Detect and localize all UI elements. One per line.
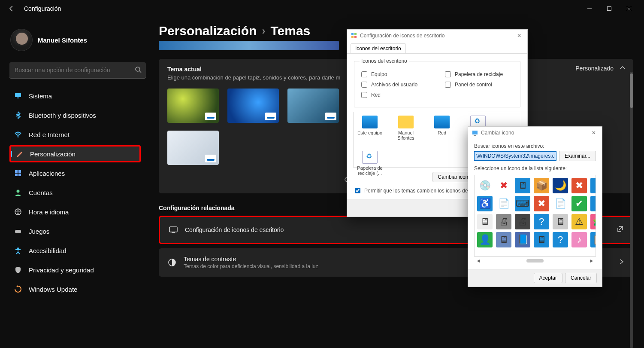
- grid-icon[interactable]: 📄: [496, 196, 511, 211]
- grid-icon[interactable]: 📋: [590, 232, 596, 247]
- theme-thumb-1[interactable]: [167, 89, 219, 123]
- grid-icon[interactable]: 🖥: [553, 214, 568, 229]
- grid-icon[interactable]: ✖: [496, 178, 511, 193]
- icon-item[interactable]: Papelera de reciclaje (...: [357, 151, 383, 176]
- sidebar-item-bluetooth[interactable]: Bluetooth y dispositivos: [9, 107, 141, 124]
- grid-icon[interactable]: 🖥: [477, 214, 493, 229]
- icon-label: Papelera de reciclaje (...: [357, 165, 383, 176]
- chevron-up-icon[interactable]: [620, 65, 626, 73]
- setting-row-title: Temas de contraste: [184, 256, 318, 263]
- grid-icon[interactable]: 🖨: [515, 214, 530, 229]
- sidebar-item-label: Accesibilidad: [29, 247, 67, 254]
- icon-item[interactable]: Manuel Sifontes: [393, 116, 419, 140]
- browse-button[interactable]: Examinar...: [559, 151, 596, 161]
- sidebar-item-brush[interactable]: Personalización: [9, 145, 141, 162]
- grid-icon[interactable]: 🖥: [590, 178, 596, 193]
- grid-icon[interactable]: 📄: [553, 196, 568, 211]
- grid-icon[interactable]: ?: [534, 214, 549, 229]
- sidebar-item-shield[interactable]: Privacidad y seguridad: [9, 261, 141, 278]
- svg-rect-8: [18, 174, 21, 176]
- grid-icon[interactable]: 🌙: [553, 178, 568, 193]
- close-icon[interactable]: ✕: [514, 32, 524, 40]
- grid-icon[interactable]: 🖥: [515, 178, 530, 193]
- grid-icon[interactable]: 🖥: [534, 232, 549, 247]
- wallpaper-preview: [159, 41, 339, 50]
- grid-icon[interactable]: ✖: [534, 196, 549, 211]
- sidebar-item-person[interactable]: Cuentas: [9, 184, 141, 201]
- sidebar-item-label: Cuentas: [29, 189, 53, 196]
- checkbox-papelera-de-reciclaje[interactable]: Papelera de reciclaje: [443, 70, 503, 79]
- grid-icon[interactable]: ⚠: [571, 214, 587, 229]
- grid-icon[interactable]: 👤: [477, 232, 493, 247]
- sidebar-item-apps[interactable]: Aplicaciones: [9, 165, 141, 182]
- grid-icon[interactable]: ✖: [571, 178, 587, 193]
- sidebar-item-display[interactable]: Sistema: [9, 87, 141, 104]
- sidebar-item-wifi[interactable]: Red e Internet: [9, 126, 141, 143]
- theme-thumb-2[interactable]: [227, 89, 279, 123]
- ok-button[interactable]: Aceptar: [534, 273, 562, 283]
- grid-icon[interactable]: ♿: [477, 196, 493, 211]
- sidebar-item-globe[interactable]: Hora e idioma: [9, 203, 141, 220]
- icon-path-input[interactable]: [474, 151, 556, 161]
- theme-thumb-3[interactable]: [287, 89, 339, 123]
- checkbox-label: Red: [371, 92, 381, 98]
- checkbox-archivos-del-usuario[interactable]: Archivos del usuario: [360, 80, 417, 89]
- person-icon: [14, 188, 22, 197]
- grid-icon[interactable]: 📘: [515, 232, 530, 247]
- checkbox-label: Archivos del usuario: [371, 82, 417, 88]
- icon-image: [362, 116, 378, 128]
- search-box[interactable]: [9, 62, 146, 79]
- sidebar-item-label: Personalización: [30, 150, 76, 158]
- dialog-titlebar[interactable]: Cambiar icono ✕: [468, 127, 602, 139]
- checkbox-red[interactable]: Red: [360, 91, 417, 99]
- theme-thumb-4[interactable]: [167, 131, 219, 165]
- search-input[interactable]: [14, 66, 135, 74]
- dialog-titlebar[interactable]: Configuración de iconos de escritorio ✕: [347, 30, 527, 42]
- sidebar-item-accessibility[interactable]: Accesibilidad: [9, 242, 141, 259]
- grid-icon[interactable]: ?: [553, 232, 568, 247]
- icon-item[interactable]: Este equipo: [357, 116, 383, 140]
- sidebar-item-update[interactable]: Windows Update: [9, 281, 141, 298]
- close-icon[interactable]: ✕: [589, 129, 599, 137]
- user-block[interactable]: Manuel Sifontes: [9, 27, 141, 53]
- icon-grid[interactable]: 💿✖🖥📦🌙✖🖥♿📄⌨✖📄✔🖥🖥🖨🖨?🖥⚠🧩👤🖥📘🖥?♪📋: [474, 175, 596, 256]
- accessibility-icon: [14, 246, 22, 255]
- allow-themes-input[interactable]: [355, 188, 360, 193]
- cancel-button[interactable]: Cancelar: [565, 273, 597, 283]
- scrollbar-thumb[interactable]: [526, 259, 544, 263]
- grid-icon[interactable]: 🖥: [590, 196, 596, 211]
- grid-icon[interactable]: ⌨: [515, 196, 530, 211]
- icon-grid-scrollbar[interactable]: ◄ ►: [474, 256, 596, 265]
- svg-rect-17: [354, 33, 357, 35]
- scroll-right-icon[interactable]: ►: [589, 258, 594, 264]
- icon-item[interactable]: Red: [429, 116, 455, 140]
- checkbox-input[interactable]: [445, 71, 451, 77]
- scrollbar[interactable]: [630, 72, 633, 348]
- grid-icon[interactable]: 🖥: [496, 232, 511, 247]
- grid-icon[interactable]: ♪: [571, 232, 587, 247]
- maximize-button[interactable]: [599, 2, 619, 15]
- checkbox-equipo[interactable]: Equipo: [360, 70, 417, 79]
- checkbox-input[interactable]: [445, 82, 451, 88]
- checkbox-input[interactable]: [361, 92, 367, 98]
- titlebar: Configuración: [0, 0, 644, 17]
- scroll-left-icon[interactable]: ◄: [476, 258, 481, 264]
- grid-icon[interactable]: 🖨: [496, 214, 511, 229]
- svg-rect-19: [354, 36, 357, 38]
- grid-icon[interactable]: 🧩: [590, 214, 596, 229]
- back-button[interactable]: [5, 2, 18, 15]
- checkbox-input[interactable]: [361, 71, 367, 77]
- grid-icon[interactable]: ✔: [571, 196, 587, 211]
- close-button[interactable]: [619, 2, 639, 15]
- grid-icon[interactable]: 📦: [534, 178, 549, 193]
- breadcrumb-parent[interactable]: Personalización: [159, 24, 257, 38]
- tab-desktop-icons[interactable]: Iconos del escritorio: [351, 43, 406, 53]
- sidebar-item-gamepad[interactable]: Juegos: [9, 223, 141, 240]
- checkbox-input[interactable]: [361, 82, 367, 88]
- brush-icon: [15, 150, 24, 158]
- checkbox-panel-de-control[interactable]: Panel de control: [443, 80, 503, 89]
- external-link-icon: [617, 226, 623, 234]
- grid-icon[interactable]: 💿: [477, 178, 493, 193]
- scrollbar-thumb[interactable]: [630, 73, 633, 108]
- minimize-button[interactable]: [580, 2, 599, 15]
